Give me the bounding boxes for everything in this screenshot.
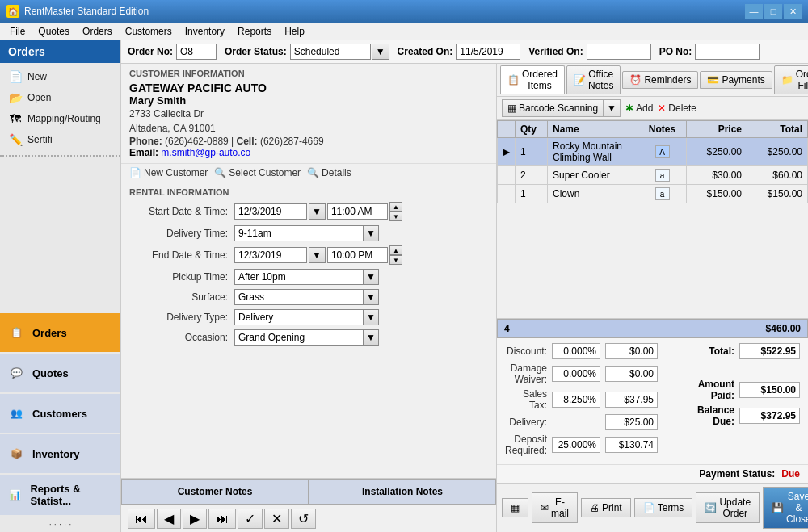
po-number-input[interactable]: [695, 44, 760, 60]
close-button[interactable]: ✕: [784, 4, 802, 19]
email-button[interactable]: ✉ E-mail: [532, 492, 578, 523]
verified-on-input[interactable]: [587, 44, 651, 60]
sidebar-item-inventory[interactable]: 📦 Inventory: [0, 434, 120, 473]
notes-icon-filled[interactable]: A: [655, 145, 670, 158]
tab-ordered-items[interactable]: 📋 Ordered Items: [500, 65, 565, 94]
details-button[interactable]: 🔍 Details: [307, 167, 351, 178]
cancel-record-button[interactable]: ✕: [264, 509, 289, 529]
item-price-cell: $250.00: [687, 138, 747, 166]
order-status-input[interactable]: [290, 44, 371, 60]
deposit-val-input[interactable]: [605, 437, 658, 453]
order-status-dropdown[interactable]: ▼: [372, 44, 389, 60]
add-item-button[interactable]: ✱ Add: [625, 103, 653, 114]
barcode-scanning-button[interactable]: ▦ Barcode Scanning: [502, 99, 604, 117]
delete-item-button[interactable]: ✕ Delete: [658, 103, 696, 114]
notes-icon[interactable]: a: [655, 187, 670, 200]
menu-help[interactable]: Help: [278, 24, 311, 39]
table-row[interactable]: 2 Super Cooler a $30.00 $60.00: [498, 166, 808, 185]
customer-notes-tab[interactable]: Customer Notes: [121, 479, 309, 505]
menu-file[interactable]: File: [3, 24, 32, 39]
start-date-input[interactable]: [234, 203, 307, 220]
end-time-down[interactable]: ▼: [389, 255, 402, 265]
notes-icon[interactable]: a: [655, 169, 670, 182]
delivery-type-row: Delivery Type: ▼: [129, 309, 488, 325]
pickup-time-input[interactable]: [234, 269, 364, 285]
tab-payments[interactable]: 💳 Payments: [700, 71, 772, 89]
sidebar-item-quotes[interactable]: 💬 Quotes: [0, 354, 120, 392]
last-record-button[interactable]: ⏭: [208, 509, 236, 529]
discount-pct-input[interactable]: [552, 343, 600, 359]
first-record-button[interactable]: ⏮: [128, 509, 155, 529]
end-time-up[interactable]: ▲: [389, 245, 402, 255]
repeat-button[interactable]: ↺: [291, 509, 316, 529]
table-row[interactable]: 1 Clown a $150.00 $150.00: [498, 185, 808, 203]
total-val-input[interactable]: [739, 343, 800, 359]
sidebar-item-orders[interactable]: 📋 Orders: [0, 313, 120, 352]
start-time-down[interactable]: ▼: [389, 212, 402, 221]
menu-orders[interactable]: Orders: [76, 24, 119, 39]
select-customer-button[interactable]: 🔍 Select Customer: [214, 167, 301, 178]
tab-order-files[interactable]: 📁 Order Files: [774, 65, 808, 94]
delivery-time-dropdown[interactable]: ▼: [364, 225, 379, 241]
sidebar-item-customers[interactable]: 👥 Customers: [0, 394, 120, 433]
new-customer-button[interactable]: 📄 New Customer: [129, 167, 208, 178]
amount-paid-val-input[interactable]: [739, 382, 800, 398]
sidebar-collapse-button[interactable]: · · · · ·: [0, 516, 120, 532]
end-date-dropdown[interactable]: ▼: [309, 247, 326, 263]
sidebar-item-mapping[interactable]: 🗺 Mapping/Routing: [0, 108, 120, 129]
delivery-type-input[interactable]: [234, 309, 364, 325]
occasion-input[interactable]: [234, 329, 364, 346]
occasion-dropdown[interactable]: ▼: [364, 329, 379, 346]
sidebar-item-reports[interactable]: 📊 Reports & Statist...: [0, 475, 120, 515]
barcode-scan-button[interactable]: ▦: [502, 498, 528, 517]
update-order-button[interactable]: 🔄 Update Order: [696, 492, 760, 523]
item-notes-cell[interactable]: A: [638, 138, 687, 166]
customer-email-link[interactable]: m.smith@gp-auto.co: [161, 147, 250, 158]
next-record-button[interactable]: ▶: [183, 509, 207, 529]
item-notes-cell[interactable]: a: [638, 166, 687, 185]
menu-quotes[interactable]: Quotes: [32, 24, 76, 39]
table-row[interactable]: ▶ 1 Rocky Mountain Climbing Wall A $250.…: [498, 138, 808, 166]
end-time-input[interactable]: [327, 247, 388, 263]
print-button[interactable]: 🖨 Print: [581, 498, 631, 517]
menu-customers[interactable]: Customers: [119, 24, 179, 39]
sidebar-item-open[interactable]: 📂 Open: [0, 87, 120, 108]
start-date-dropdown[interactable]: ▼: [309, 203, 326, 220]
confirm-button[interactable]: ✓: [238, 509, 263, 529]
delivery-type-dropdown[interactable]: ▼: [364, 309, 379, 325]
sidebar-item-new[interactable]: 📄 New: [0, 66, 120, 87]
tab-office-notes[interactable]: 📝 Office Notes: [566, 65, 621, 94]
surface-dropdown[interactable]: ▼: [364, 289, 379, 305]
start-time-up[interactable]: ▲: [389, 202, 402, 212]
prev-record-button[interactable]: ◀: [157, 509, 181, 529]
pickup-time-dropdown[interactable]: ▼: [364, 269, 379, 285]
installation-notes-tab[interactable]: Installation Notes: [309, 479, 496, 505]
deposit-pct-input[interactable]: [552, 437, 600, 453]
save-close-button[interactable]: 💾 Save & Close: [763, 487, 808, 529]
balance-due-val-input[interactable]: [739, 408, 800, 424]
delivery-val-input[interactable]: [605, 414, 658, 430]
minimize-button[interactable]: —: [745, 4, 763, 19]
damage-waiver-val-input[interactable]: [605, 366, 658, 382]
menu-inventory[interactable]: Inventory: [179, 24, 231, 39]
start-time-input[interactable]: [327, 203, 388, 220]
created-on-input[interactable]: [456, 44, 520, 60]
end-date-input[interactable]: [234, 247, 307, 263]
sales-tax-val-input[interactable]: [605, 392, 658, 408]
menu-reports[interactable]: Reports: [231, 24, 278, 39]
title-bar: 🏠 RentMaster Standard Edition — □ ✕: [0, 0, 808, 23]
discount-val-input[interactable]: [605, 343, 658, 359]
barcode-dropdown-button[interactable]: ▼: [604, 99, 621, 117]
tab-reminders[interactable]: ⏰ Reminders: [622, 71, 698, 89]
maximize-button[interactable]: □: [764, 4, 782, 19]
delivery-time-input[interactable]: [234, 225, 364, 241]
surface-input[interactable]: [234, 289, 364, 305]
terms-button[interactable]: 📄 Terms: [634, 498, 693, 517]
sidebar-item-open-label: Open: [27, 92, 51, 103]
item-notes-cell[interactable]: a: [638, 185, 687, 203]
customer-email-row: Email: m.smith@gp-auto.co: [129, 147, 488, 158]
damage-waiver-pct-input[interactable]: [552, 366, 600, 382]
sales-tax-pct-input[interactable]: [552, 392, 600, 408]
sidebar-item-sertifi[interactable]: ✏️ Sertifi: [0, 129, 120, 150]
order-number-input[interactable]: [176, 44, 217, 60]
